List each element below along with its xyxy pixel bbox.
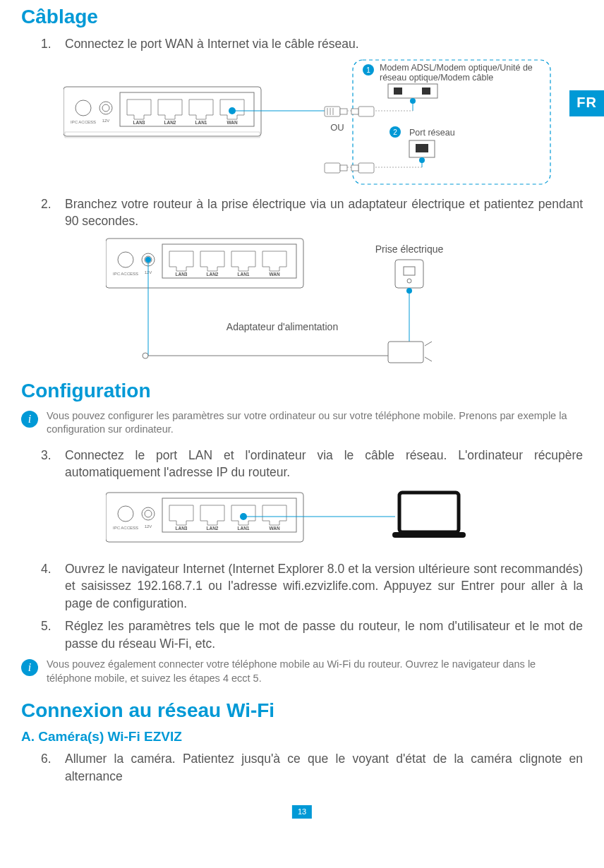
step-1-text: Connectez le port WAN à Internet via le … — [65, 35, 583, 53]
svg-rect-57 — [395, 260, 423, 288]
svg-text:IPC ACCESS: IPC ACCESS — [113, 526, 138, 530]
step-6-text: Allumer la caméra. Patientez jusqu'à ce … — [65, 750, 583, 785]
step-5-text: Réglez les paramètres tels que le mot de… — [65, 617, 583, 652]
step-3: 3. Connectez le port LAN et l'ordinateur… — [41, 447, 583, 481]
step-2-number: 2. — [41, 195, 65, 230]
svg-line-64 — [425, 342, 432, 346]
svg-rect-35 — [416, 144, 428, 152]
info-note-1-text: Vous pouvez configurer les paramètres su… — [47, 409, 583, 437]
svg-text:WAN: WAN — [269, 272, 279, 277]
svg-rect-24 — [394, 88, 402, 95]
svg-rect-14 — [325, 107, 340, 116]
svg-rect-30 — [351, 109, 358, 114]
step-4-text: Ouvrez le navigateur Internet (Internet … — [65, 560, 583, 613]
svg-rect-41 — [325, 163, 340, 173]
info-note-1: i Vous pouvez configurer les paramètres … — [21, 409, 583, 437]
svg-rect-29 — [358, 107, 374, 116]
svg-text:1: 1 — [366, 66, 370, 74]
diagram-lan-computer: IPC ACCESS 12V LAN3 LAN2 LAN1 WAN — [106, 487, 583, 550]
step-5: 5. Réglez les paramètres tels que le mot… — [41, 617, 583, 652]
svg-text:OU: OU — [330, 122, 344, 133]
svg-rect-25 — [422, 88, 430, 95]
info-icon: i — [21, 659, 38, 676]
svg-rect-39 — [358, 163, 374, 173]
info-icon: i — [21, 411, 38, 428]
step-2-text: Branchez votre routeur à la prise électr… — [65, 195, 583, 230]
svg-point-67 — [143, 353, 148, 358]
step-6: 6. Allumer la caméra. Patientez jusqu'à … — [41, 750, 583, 785]
svg-text:LAN3: LAN3 — [176, 272, 188, 277]
svg-text:WAN: WAN — [269, 526, 279, 531]
step-3-number: 3. — [41, 447, 65, 481]
svg-rect-81 — [399, 493, 459, 532]
svg-text:IPC ACCESS: IPC ACCESS — [113, 272, 138, 276]
svg-rect-40 — [351, 165, 358, 171]
svg-text:LAN2: LAN2 — [207, 526, 219, 531]
svg-text:Adaptateur d'alimentation: Adaptateur d'alimentation — [226, 321, 338, 332]
wifi-heading: Connexion au réseau Wi-Fi — [21, 699, 583, 722]
svg-text:Prise électrique: Prise électrique — [375, 243, 444, 255]
svg-text:12V: 12V — [145, 524, 152, 529]
svg-rect-15 — [340, 109, 347, 114]
diagram-power-connection: IPC ACCESS 12V LAN3 LAN2 LAN1 WAN Prise … — [106, 236, 583, 370]
svg-text:LAN1: LAN1 — [195, 120, 207, 125]
configuration-heading: Configuration — [21, 380, 583, 402]
svg-text:LAN2: LAN2 — [207, 272, 219, 277]
svg-line-65 — [425, 357, 432, 361]
info-note-2-text: Vous pouvez également connecter votre té… — [47, 658, 583, 685]
step-1-number: 1. — [41, 35, 65, 53]
step-1: 1. Connectez le port WAN à Internet via … — [41, 35, 583, 53]
step-2: 2. Branchez votre routeur à la prise éle… — [41, 195, 583, 230]
step-4: 4. Ouvrez le navigateur Internet (Intern… — [41, 560, 583, 613]
svg-text:WAN: WAN — [226, 120, 237, 125]
svg-text:LAN3: LAN3 — [176, 526, 188, 531]
cablage-heading: Câblage — [21, 6, 583, 28]
modem-label: Modem ADSL/Modem optique/Unité de réseau… — [380, 63, 542, 83]
svg-rect-42 — [340, 165, 347, 171]
svg-text:2: 2 — [393, 128, 397, 136]
diagram-wan-connection: IPC ACCESS 12V LAN3 LAN2 LAN1 WAN OU 1 M… — [64, 59, 583, 186]
svg-text:LAN2: LAN2 — [164, 120, 176, 125]
svg-text:LAN1: LAN1 — [238, 272, 250, 277]
svg-text:IPC ACCESS: IPC ACCESS — [71, 120, 96, 124]
svg-rect-63 — [388, 342, 423, 363]
wifi-subheading: A. Caméra(s) Wi-Fi EZVIZ — [21, 729, 583, 745]
svg-text:12V: 12V — [102, 119, 110, 123]
svg-text:Port réseau: Port réseau — [409, 128, 455, 138]
page-number: 13 — [292, 805, 312, 819]
svg-text:LAN3: LAN3 — [133, 120, 145, 125]
step-4-number: 4. — [41, 560, 65, 613]
info-note-2: i Vous pouvez également connecter votre … — [21, 658, 583, 685]
step-3-text: Connectez le port LAN et l'ordinateur vi… — [65, 447, 583, 481]
svg-text:LAN1: LAN1 — [238, 526, 250, 531]
step-5-number: 5. — [41, 617, 65, 652]
step-6-number: 6. — [41, 750, 65, 785]
